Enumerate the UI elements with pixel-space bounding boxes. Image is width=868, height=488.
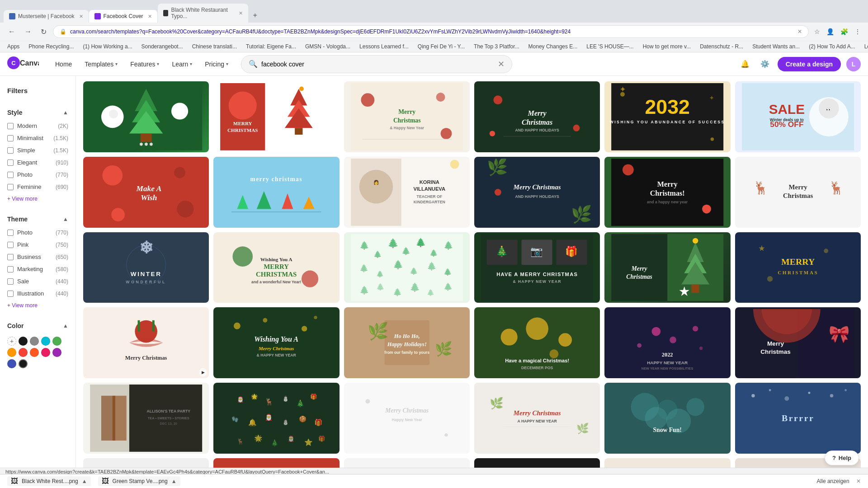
- template-card-25[interactable]: ALLISON'S TEA PARTY TEA • SWEETS • STORI…: [83, 383, 209, 454]
- card-more-11[interactable]: ⋯: [717, 160, 728, 170]
- theme-see-more[interactable]: + View more: [0, 300, 75, 311]
- bookmark-leseliste[interactable]: Leseliste: [863, 42, 868, 51]
- card-favorite-1[interactable]: ♡: [183, 84, 193, 95]
- card-favorite-15[interactable]: ♡: [443, 235, 454, 246]
- bookmark-lessons[interactable]: Lessons Learned f...: [358, 42, 410, 51]
- photo-checkbox[interactable]: [7, 172, 14, 178]
- card-more-7[interactable]: ⋯: [195, 160, 206, 170]
- template-card-11[interactable]: Merry Christmas! and a happy new year ♡ …: [604, 157, 730, 228]
- card-favorite-30[interactable]: ♡: [835, 385, 845, 396]
- color-purple[interactable]: [52, 348, 61, 357]
- card-favorite-14[interactable]: ♡: [313, 235, 324, 246]
- nav-pricing[interactable]: Pricing▾: [199, 58, 234, 70]
- card-more-15[interactable]: ⋯: [456, 235, 467, 246]
- template-card-13[interactable]: ❄ WINTER WONDERFUL ♡ ⋯: [83, 232, 209, 303]
- forward-button[interactable]: →: [22, 26, 34, 38]
- template-card-23[interactable]: 2022 HAPPY NEW YEAR NEW YEAR NEW POSSIBI…: [604, 307, 730, 378]
- sidebar-item-modern[interactable]: Modern (2K): [0, 120, 75, 132]
- template-card-30[interactable]: Brrrrr ♡ ⋯: [735, 383, 861, 454]
- template-card-5[interactable]: 2032 WISHING YOU ABUNDANCE OF SUCCESS ✦ …: [604, 81, 730, 152]
- card-more-30[interactable]: ⋯: [847, 385, 858, 396]
- template-card-2[interactable]: MERRY CHRISTMAS ♡ ⋯: [213, 81, 339, 152]
- settings-nav-button[interactable]: ⚙️: [758, 57, 772, 71]
- close-download-bar[interactable]: ✕: [856, 478, 861, 484]
- card-favorite-16[interactable]: ♡: [574, 235, 585, 246]
- card-favorite-6[interactable]: ♡: [835, 84, 845, 95]
- card-favorite-27[interactable]: ♡: [443, 385, 454, 396]
- photo-theme-checkbox[interactable]: [7, 230, 14, 236]
- template-card-22[interactable]: Have a magical Christmas! DECEMBER POS ♡…: [474, 307, 600, 378]
- marketing-checkbox[interactable]: [7, 266, 14, 272]
- template-card-26[interactable]: 🎅 🌟 🦌 ⛄ 🎄 🎁 🧤 🔔 🎅 ⛄ 🍪 🎁: [213, 383, 339, 454]
- template-card-29[interactable]: Snow Fun! ♡ ⋯: [604, 383, 730, 454]
- bookmark-lee[interactable]: LEE 'S HOUSE—...: [585, 42, 635, 51]
- color-gray[interactable]: [30, 337, 39, 346]
- nav-home[interactable]: Home: [50, 58, 77, 70]
- sidebar-item-sale[interactable]: Sale (440): [0, 275, 75, 287]
- alle-anzeigen-btn[interactable]: Alle anzeigen ✕: [817, 478, 861, 484]
- bookmark-button[interactable]: ☆: [812, 26, 822, 37]
- card-favorite-9[interactable]: ♡: [443, 160, 454, 170]
- bookmark-money[interactable]: Money Changes E...: [527, 42, 580, 51]
- template-card-3[interactable]: Merry Christmas & Happy New Year ♡ ⋯: [344, 81, 470, 152]
- feminine-checkbox[interactable]: [7, 184, 14, 190]
- sidebar-item-marketing[interactable]: Marketing (580): [0, 263, 75, 275]
- sale-checkbox[interactable]: [7, 278, 14, 285]
- sidebar-color-header[interactable]: Color ▲: [0, 319, 75, 333]
- add-color-swatch[interactable]: +: [7, 337, 16, 346]
- template-card-28[interactable]: 🌿 🌿 Merry Christmas A HAPPY NEW YEAR ♡ ⋯: [474, 383, 600, 454]
- color-orange[interactable]: [7, 348, 16, 357]
- color-green[interactable]: [52, 337, 61, 346]
- card-more-16[interactable]: ⋯: [586, 235, 597, 246]
- template-card-24[interactable]: Merry Christmas 🎀 ♡ ⋯: [735, 307, 861, 378]
- color-deep-orange[interactable]: [30, 348, 39, 357]
- modern-checkbox[interactable]: [7, 123, 14, 129]
- bookmark-how2[interactable]: (2) How To Add A...: [807, 42, 857, 51]
- card-more-8[interactable]: ⋯: [326, 160, 337, 170]
- card-more-29[interactable]: ⋯: [717, 385, 728, 396]
- card-favorite-8[interactable]: ♡: [313, 160, 324, 170]
- card-favorite-3[interactable]: ♡: [443, 84, 454, 95]
- sidebar-item-minimalist[interactable]: Minimalist (1.5K): [0, 132, 75, 144]
- card-favorite-19[interactable]: ♡: [183, 310, 193, 321]
- card-more-21[interactable]: ⋯: [456, 310, 467, 321]
- nav-features[interactable]: Features▾: [125, 58, 165, 70]
- card-favorite-10[interactable]: ♡: [574, 160, 585, 170]
- tab-close-3[interactable]: ✕: [239, 10, 243, 16]
- template-card-8[interactable]: merry christmas ♡ ⋯: [213, 157, 339, 228]
- card-more-3[interactable]: ⋯: [456, 84, 467, 95]
- avatar[interactable]: L: [846, 57, 861, 71]
- card-favorite-28[interactable]: ♡: [574, 385, 585, 396]
- refresh-button[interactable]: ↻: [38, 26, 49, 38]
- card-favorite-26[interactable]: ♡: [313, 385, 324, 396]
- card-favorite-2[interactable]: ♡: [313, 84, 324, 95]
- search-input[interactable]: [261, 61, 494, 68]
- card-more-14[interactable]: ⋯: [326, 235, 337, 246]
- card-more-27[interactable]: ⋯: [456, 385, 467, 396]
- pink-checkbox[interactable]: [7, 242, 14, 248]
- color-red[interactable]: [19, 348, 28, 357]
- card-favorite-4[interactable]: ♡: [574, 84, 585, 95]
- card-more-1[interactable]: ⋯: [195, 84, 206, 95]
- url-bar[interactable]: 🔒 canva.com/search/templates?q=Facebook%…: [53, 25, 809, 38]
- sidebar-theme-header[interactable]: Theme ▲: [0, 212, 75, 226]
- card-more-13[interactable]: ⋯: [195, 235, 206, 246]
- elegant-checkbox[interactable]: [7, 160, 14, 166]
- card-more-6[interactable]: ⋯: [847, 84, 858, 95]
- bookmark-chinese[interactable]: Chinese translati...: [190, 42, 239, 51]
- bookmark-more[interactable]: How to get more v...: [641, 42, 693, 51]
- browser-tab-1[interactable]: Musterseite | Facebook ✕: [4, 10, 89, 23]
- bookmark-apps[interactable]: Apps: [5, 42, 21, 51]
- sidebar-item-elegant[interactable]: Elegant (910): [0, 156, 75, 169]
- card-favorite-24[interactable]: ♡: [835, 310, 845, 321]
- bookmark-gmsn[interactable]: GMSN - Vologda...: [303, 42, 352, 51]
- download-chevron-2[interactable]: ▲: [171, 478, 177, 484]
- card-favorite-5[interactable]: ♡: [704, 84, 715, 95]
- help-button[interactable]: ? Help: [825, 450, 859, 465]
- card-more-23[interactable]: ⋯: [717, 310, 728, 321]
- download-item-1[interactable]: 🖼 Black White Rest....png ▲: [7, 476, 91, 486]
- bookmark-qing[interactable]: Qing Fei De Yi - Y...: [416, 42, 467, 51]
- card-more-10[interactable]: ⋯: [586, 160, 597, 170]
- sidebar-item-pink[interactable]: Pink (750): [0, 239, 75, 251]
- color-pink[interactable]: [41, 348, 50, 357]
